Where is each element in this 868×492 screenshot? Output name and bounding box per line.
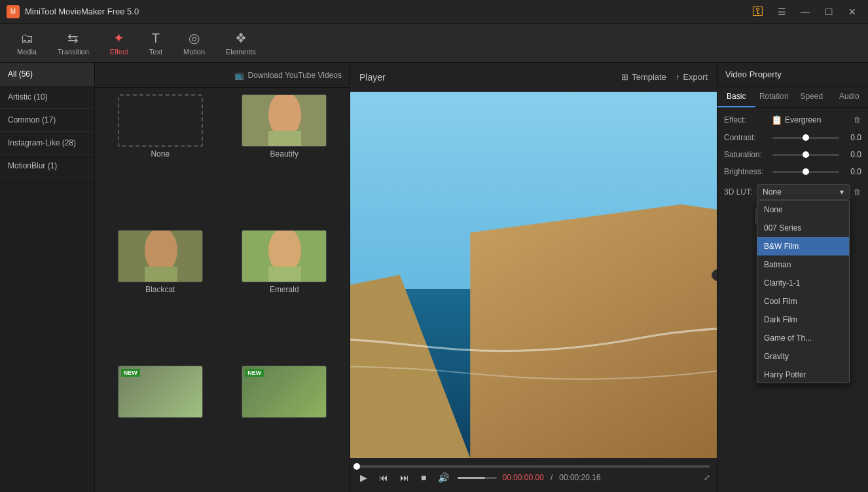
effect-label: Effect xyxy=(110,48,128,56)
export-btn[interactable]: ↑ Export xyxy=(676,72,708,82)
contrast-slider[interactable] xyxy=(772,137,839,139)
lut-dropdown[interactable]: None 007 Series B&W Film Batman Clarity-… xyxy=(757,200,850,383)
effect-trash-icon[interactable]: 🗑 xyxy=(854,115,861,124)
play-button[interactable]: ▶ xyxy=(357,470,371,485)
effect-blackcat[interactable]: NEW Blackcat xyxy=(101,230,219,359)
media-label: Media xyxy=(17,48,37,56)
effect-none[interactable]: None xyxy=(101,94,219,223)
lut-option-darkfilm[interactable]: Dark Film xyxy=(757,311,849,329)
lut-option-coolfilm[interactable]: Cool Film xyxy=(757,292,849,311)
category-instagram[interactable]: Instagram-Like (28) xyxy=(0,132,94,155)
brightness-slider[interactable] xyxy=(772,171,839,173)
maximize-button[interactable]: ☐ xyxy=(820,3,838,21)
chevron-down-icon: ▾ xyxy=(840,187,844,197)
main-toolbar: 🗂 Media ⇆ Transition ✦ Effect T Text ◎ M… xyxy=(0,24,868,63)
volume-icon[interactable]: 🔊 xyxy=(435,470,452,485)
current-time: 00:00:00.00 xyxy=(502,473,543,482)
youtube-icon: 📺 xyxy=(234,71,244,80)
lut-select-button[interactable]: None ▾ xyxy=(757,184,850,200)
toolbar-effect[interactable]: ✦ Effect xyxy=(99,26,139,60)
lut-option-harrypotter[interactable]: Harry Potter xyxy=(757,366,849,383)
media-icon: 🗂 xyxy=(20,31,33,46)
new-badge: NEW xyxy=(245,369,264,377)
saturation-slider[interactable] xyxy=(772,154,839,156)
category-motionblur[interactable]: MotionBlur (1) xyxy=(0,155,94,178)
player-title: Player xyxy=(359,72,386,83)
category-common[interactable]: Common (17) xyxy=(0,109,94,132)
lut-trash-icon[interactable]: 🗑 xyxy=(854,187,861,197)
toolbar-media[interactable]: 🗂 Media xyxy=(7,27,47,60)
category-sidebar: All (56) Artistic (10) Common (17) Insta… xyxy=(0,63,95,492)
contrast-row: Contrast: 0.0 xyxy=(724,133,861,142)
menu-button[interactable]: ☰ xyxy=(772,3,791,21)
effect-emerald-preview: NEW xyxy=(242,230,327,282)
transition-label: Transition xyxy=(58,48,89,56)
effect-copy-icon[interactable]: 📋 xyxy=(771,115,782,125)
export-icon: ↑ xyxy=(676,72,680,82)
effects-header: 📺 Download YouTube Videos xyxy=(95,63,350,88)
effect-none-label: None xyxy=(151,149,170,159)
video-placeholder xyxy=(350,92,717,458)
effect-blackcat-label: Blackcat xyxy=(145,285,175,294)
lut-option-batman[interactable]: Batman xyxy=(757,255,849,274)
player-video: › xyxy=(350,92,717,458)
category-all[interactable]: All (56) xyxy=(0,63,94,86)
svg-rect-2 xyxy=(268,131,301,147)
elements-label: Elements xyxy=(226,48,256,56)
main-area: All (56) Artistic (10) Common (17) Insta… xyxy=(0,63,868,492)
saturation-value: 0.0 xyxy=(843,150,861,159)
time-sep: / xyxy=(551,473,552,482)
fullscreen-button[interactable]: ⤢ xyxy=(704,473,710,482)
toolbar-text[interactable]: T Text xyxy=(139,27,173,60)
stop-button[interactable]: ■ xyxy=(418,470,429,485)
effect-emerald-label: Emerald xyxy=(270,285,299,294)
toolbar-motion[interactable]: ◎ Motion xyxy=(173,26,215,60)
app-logo: M xyxy=(7,5,20,18)
transition-icon: ⇆ xyxy=(67,30,79,46)
lut-row: 3D LUT: None ▾ None 007 Series B&W Film … xyxy=(724,184,861,200)
property-content: Effect: 📋 Evergreen 🗑 Contrast: 0.0 Satu… xyxy=(717,108,868,492)
effect-beautify-label: Beautify xyxy=(270,149,298,159)
effect-property-row: Effect: 📋 Evergreen 🗑 xyxy=(724,115,861,125)
titlebar: M MiniTool MovieMaker Free 5.0 ⚿ ☰ — ☐ ✕ xyxy=(0,0,868,24)
app-title: MiniTool MovieMaker Free 5.0 xyxy=(25,7,749,16)
effect-beautify[interactable]: NEW Beautify xyxy=(226,94,344,223)
lut-option-none[interactable]: None xyxy=(757,200,849,219)
text-icon: T xyxy=(152,31,160,46)
effects-grid: None NEW Beautify xyxy=(95,88,350,492)
key-button[interactable]: ⚿ xyxy=(749,3,767,21)
tab-rotation[interactable]: Rotation xyxy=(755,86,793,107)
tab-basic[interactable]: Basic xyxy=(717,86,755,107)
effect-6-preview: NEW xyxy=(242,366,327,418)
close-button[interactable]: ✕ xyxy=(843,3,861,21)
player-progress-bar[interactable] xyxy=(357,465,710,468)
text-label: Text xyxy=(149,48,162,56)
prev-frame-button[interactable]: ⏮ xyxy=(376,470,391,485)
volume-slider[interactable] xyxy=(458,477,497,479)
effect-6[interactable]: NEW xyxy=(226,366,344,485)
minimize-button[interactable]: — xyxy=(796,3,814,21)
brightness-thumb xyxy=(803,168,809,175)
lut-option-007series[interactable]: 007 Series xyxy=(757,219,849,237)
video-property-title: Video Property xyxy=(717,63,868,86)
player-controls: ▶ ⏮ ⏭ ■ 🔊 00:00:00.00 / 00:00:20.16 ⤢ xyxy=(350,458,717,492)
saturation-label: Saturation: xyxy=(724,150,769,159)
next-frame-button[interactable]: ⏭ xyxy=(397,470,412,485)
lut-option-gameofth[interactable]: Game of Th... xyxy=(757,329,849,347)
tab-speed[interactable]: Speed xyxy=(793,86,831,107)
download-youtube-btn[interactable]: 📺 Download YouTube Videos xyxy=(234,71,342,80)
toolbar-elements[interactable]: ❖ Elements xyxy=(215,26,266,60)
lut-option-bwfilm[interactable]: B&W Film xyxy=(757,237,849,255)
category-artistic[interactable]: Artistic (10) xyxy=(0,86,94,109)
toolbar-transition[interactable]: ⇆ Transition xyxy=(47,26,99,60)
svg-rect-8 xyxy=(268,267,301,282)
effect-emerald[interactable]: NEW Emerald xyxy=(226,230,344,359)
lut-option-gravity[interactable]: Gravity xyxy=(757,347,849,366)
blackcat-svg xyxy=(118,231,203,282)
lut-option-clarity[interactable]: Clarity-1-1 xyxy=(757,274,849,292)
lut-select-wrapper: None ▾ None 007 Series B&W Film Batman C… xyxy=(757,184,850,200)
effect-5[interactable]: NEW xyxy=(101,366,219,485)
template-btn[interactable]: ⊞ Template xyxy=(621,72,666,82)
tab-audio[interactable]: Audio xyxy=(831,86,869,107)
effects-browser: All (56) Artistic (10) Common (17) Insta… xyxy=(0,63,350,492)
